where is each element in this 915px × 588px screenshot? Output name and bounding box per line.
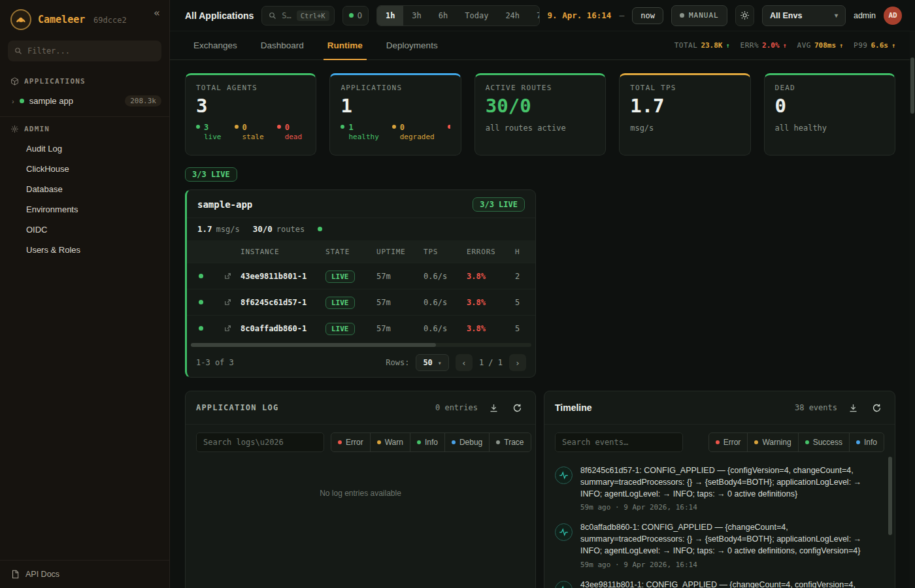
- sidebar-item-oidc[interactable]: OIDC: [0, 220, 169, 240]
- status-dot-green: [318, 227, 322, 231]
- sidebar-item-api-docs[interactable]: API Docs: [0, 560, 169, 588]
- sample-app-label: sample app: [29, 96, 73, 106]
- cube-icon: [10, 77, 19, 86]
- sidebar-item-environments[interactable]: Environments: [0, 199, 169, 220]
- sidebar-item-audit-log[interactable]: Audit Log: [0, 139, 169, 159]
- time-range-today[interactable]: Today: [456, 6, 497, 25]
- metric-avg-value: 708ms: [814, 41, 836, 50]
- chevron-right-icon[interactable]: ›: [12, 97, 14, 105]
- chevron-down-icon: ▾: [835, 12, 838, 19]
- col-instance: INSTANCE: [241, 248, 325, 256]
- next-page-button[interactable]: ›: [509, 354, 526, 371]
- timeline-scrollbar-thumb[interactable]: [888, 457, 892, 535]
- time-range-1h[interactable]: 1h: [377, 6, 403, 25]
- sidebar-item-clickhouse[interactable]: ClickHouse: [0, 159, 169, 179]
- instance-id: 43ee9811b801-1: [241, 272, 325, 281]
- download-icon[interactable]: [845, 400, 861, 416]
- timeline-filter-warning[interactable]: Warning: [747, 433, 798, 452]
- timeline-event[interactable]: 8f6245c61d57-1: CONFIG_APPLIED — {config…: [555, 465, 882, 512]
- status-dot-gray: [496, 440, 500, 444]
- status-dot-red: [338, 440, 342, 444]
- time-range-7d[interactable]: 7d: [528, 6, 539, 25]
- online-indicator-chip[interactable]: O: [342, 6, 369, 25]
- sample-app-card-title[interactable]: sample-app: [197, 199, 252, 210]
- external-link-icon[interactable]: [214, 272, 241, 280]
- col-state: STATE: [325, 248, 376, 256]
- log-filter-error[interactable]: Error: [331, 433, 371, 452]
- timeline-search-input[interactable]: [555, 433, 683, 452]
- sidebar-item-database[interactable]: Database: [0, 179, 169, 199]
- metric-err-label: ERR%: [740, 41, 759, 50]
- sidebar-divider: [0, 116, 169, 117]
- mini-dead: 0dead: [277, 123, 303, 142]
- prev-page-button[interactable]: ‹: [456, 354, 473, 371]
- sidebar-header: Cameleer 69dcce2 «: [0, 0, 169, 39]
- applications-section-label: APPLICATIONS: [24, 77, 86, 86]
- timeline-filter-success[interactable]: Success: [798, 433, 850, 452]
- tabs-bar: Exchanges Dashboard Runtime Deployments …: [170, 31, 915, 60]
- refresh-icon[interactable]: [869, 400, 884, 416]
- log-filter-debug[interactable]: Debug: [444, 433, 490, 452]
- activity-pulse-icon: [555, 523, 573, 541]
- card-applications: APPLICATIONS 1 1healthy 0degraded 0criti…: [329, 73, 461, 155]
- horizontal-scrollbar-thumb[interactable]: [191, 343, 436, 347]
- time-range-3h[interactable]: 3h: [403, 6, 429, 25]
- tab-runtime[interactable]: Runtime: [316, 31, 374, 59]
- log-empty-state: No log entries available: [186, 460, 535, 527]
- application-log-panel: APPLICATION LOG 0 entries Error Warn Inf…: [185, 391, 536, 588]
- chevron-down-icon: ▾: [438, 359, 442, 367]
- log-filter-trace[interactable]: Trace: [489, 433, 531, 452]
- avatar[interactable]: AD: [884, 7, 902, 25]
- time-range-6h[interactable]: 6h: [430, 6, 456, 25]
- log-search-input[interactable]: [196, 433, 324, 452]
- rows-per-page-value: 50: [423, 358, 432, 367]
- col-extra: H: [515, 248, 536, 256]
- admin-section-label: ADMIN: [24, 125, 50, 133]
- manual-refresh-button[interactable]: MANUAL: [671, 5, 727, 26]
- table-row[interactable]: 8c0affadb860-1 LIVE 57m 0.6/s 3.8% 5: [187, 315, 535, 341]
- table-row[interactable]: 43ee9811b801-1 LIVE 57m 0.6/s 3.8% 2: [187, 263, 535, 289]
- tps-cell: 0.6/s: [424, 272, 467, 281]
- global-search[interactable]: S… Ctrl+K: [261, 6, 334, 25]
- tab-dashboard[interactable]: Dashboard: [249, 31, 316, 59]
- timeline-controls: Error Warning Success Info: [544, 425, 895, 460]
- tab-deployments[interactable]: Deployments: [374, 31, 450, 59]
- download-icon[interactable]: [486, 400, 501, 416]
- range-end-button[interactable]: now: [632, 7, 663, 24]
- metric-p99-label: P99: [854, 41, 867, 50]
- table-row[interactable]: 8f6245c61d57-1 LIVE 57m 0.6/s 3.8% 5: [187, 289, 535, 315]
- status-dot-green: [341, 125, 344, 129]
- external-link-icon[interactable]: [214, 324, 241, 333]
- external-link-icon[interactable]: [214, 298, 241, 306]
- rows-per-page-select[interactable]: 50 ▾: [416, 354, 448, 371]
- app-root: Cameleer 69dcce2 « APPLICATIONS › sample…: [0, 0, 915, 588]
- timeline-filter-error[interactable]: Error: [708, 433, 748, 452]
- sidebar-item-sample-app[interactable]: › sample app 208.3k: [0, 91, 169, 111]
- card-title: ACTIVE ROUTES: [486, 84, 595, 92]
- log-filter-warn[interactable]: Warn: [370, 433, 410, 452]
- tab-exchanges[interactable]: Exchanges: [185, 31, 249, 59]
- rows-per-page-label: Rows:: [386, 358, 409, 367]
- table-footer: 1-3 of 3 Rows: 50 ▾ ‹ 1 / 1 ›: [187, 348, 535, 377]
- routes-unit: routes: [276, 225, 305, 234]
- log-filter-info[interactable]: Info: [410, 433, 445, 452]
- mini-critical: 0critical: [448, 123, 450, 142]
- timeline-event[interactable]: 8c0affadb860-1: CONFIG_APPLIED — {change…: [555, 522, 882, 568]
- timeline-filter-info[interactable]: Info: [849, 433, 884, 452]
- uptime-value: 57m: [376, 298, 424, 307]
- theme-toggle-button[interactable]: [735, 5, 754, 26]
- card-title: TOTAL AGENTS: [196, 84, 305, 92]
- status-dot-green: [199, 326, 203, 331]
- environment-select[interactable]: All Envs ▾: [762, 5, 846, 26]
- sidebar-collapse-icon[interactable]: «: [154, 7, 160, 19]
- refresh-icon[interactable]: [509, 400, 525, 416]
- card-value: 3: [196, 96, 305, 117]
- page-scrollbar-thumb[interactable]: [910, 57, 914, 114]
- sidebar-filter-input[interactable]: [27, 46, 155, 56]
- state-badge: LIVE: [325, 323, 355, 335]
- page-title: All Applications: [185, 10, 254, 21]
- extra-cell: 5: [515, 298, 536, 307]
- timeline-event[interactable]: 43ee9811b801-1: CONFIG_APPLIED — {change…: [555, 580, 882, 588]
- time-range-24h[interactable]: 24h: [497, 6, 528, 25]
- sidebar-item-users-roles[interactable]: Users & Roles: [0, 240, 169, 260]
